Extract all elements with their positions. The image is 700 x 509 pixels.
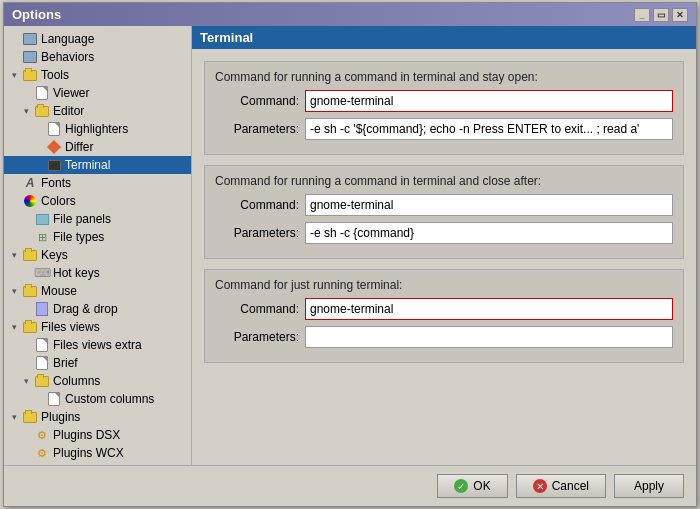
folder-open-icon <box>22 319 38 335</box>
cancel-button[interactable]: ✕ Cancel <box>516 474 606 498</box>
sidebar-item-terminal[interactable]: Terminal <box>4 156 191 174</box>
expand-arrow-plugins: ▾ <box>8 411 20 423</box>
expand-arrow-keys: ▾ <box>8 249 20 261</box>
sidebar-item-file-panels[interactable]: File panels <box>4 210 191 228</box>
params-label-1: Parameters: <box>215 122 305 136</box>
sidebar-item-label-files-views-extra: Files views extra <box>53 338 142 352</box>
stay-open-command-input[interactable] <box>305 90 673 112</box>
sidebar-item-custom-columns[interactable]: Custom columns <box>4 390 191 408</box>
expand-arrow-behaviors <box>8 51 20 63</box>
sidebar-item-label-differ: Differ <box>65 140 93 154</box>
folder-open-icon <box>22 67 38 83</box>
sidebar-item-label-drag-drop: Drag & drop <box>53 302 118 316</box>
content-area: Terminal Command for running a command i… <box>192 26 696 465</box>
folder-open-icon <box>22 283 38 299</box>
sidebar-item-viewer[interactable]: Viewer <box>4 84 191 102</box>
stay-open-params-row: Parameters: <box>215 118 673 140</box>
sidebar-item-label-fonts: Fonts <box>41 176 71 190</box>
expand-arrow-hot-keys <box>20 267 32 279</box>
sidebar-item-file-types[interactable]: ⊞File types <box>4 228 191 246</box>
sidebar-item-highlighters[interactable]: Highlighters <box>4 120 191 138</box>
folder-open-icon <box>34 103 50 119</box>
section-close-after-label: Command for running a command in termina… <box>215 174 673 188</box>
sidebar-item-plugins-wcx[interactable]: ⚙Plugins WCX <box>4 444 191 462</box>
expand-arrow-drag-drop <box>20 303 32 315</box>
dialog-body: LanguageBehaviors▾ToolsViewer▾EditorHigh… <box>4 26 696 465</box>
sidebar-item-label-plugins-dsx: Plugins DSX <box>53 428 120 442</box>
sidebar-item-mouse[interactable]: ▾Mouse <box>4 282 191 300</box>
ok-icon: ✓ <box>454 479 468 493</box>
sidebar-item-label-colors: Colors <box>41 194 76 208</box>
sidebar-item-label-highlighters: Highlighters <box>65 122 128 136</box>
stay-open-params-input[interactable] <box>305 118 673 140</box>
close-after-command-input[interactable] <box>305 194 673 216</box>
sidebar-item-keys[interactable]: ▾Keys <box>4 246 191 264</box>
expand-arrow-files-views-extra <box>20 339 32 351</box>
sidebar-item-columns[interactable]: ▾Columns <box>4 372 191 390</box>
font-icon: A <box>22 175 38 191</box>
apply-button[interactable]: Apply <box>614 474 684 498</box>
sidebar-item-drag-drop[interactable]: Drag & drop <box>4 300 191 318</box>
apply-label: Apply <box>634 479 664 493</box>
sidebar-item-tools[interactable]: ▾Tools <box>4 66 191 84</box>
sidebar-item-plugins-dsx[interactable]: ⚙Plugins DSX <box>4 426 191 444</box>
sidebar-item-label-terminal: Terminal <box>65 158 110 172</box>
doc-icon <box>34 337 50 353</box>
doc-icon <box>46 391 62 407</box>
expand-arrow-differ <box>32 141 44 153</box>
sidebar-item-label-hot-keys: Hot keys <box>53 266 100 280</box>
sidebar-item-label-keys: Keys <box>41 248 68 262</box>
sidebar-item-label-language: Language <box>41 32 94 46</box>
sidebar-item-label-brief: Brief <box>53 356 78 370</box>
params-label-2: Parameters: <box>215 226 305 240</box>
plugin-icon: ⚙ <box>34 445 50 461</box>
expand-arrow-plugins-wcx <box>20 447 32 459</box>
ok-button[interactable]: ✓ OK <box>437 474 507 498</box>
close-after-params-input[interactable] <box>305 222 673 244</box>
just-terminal-command-input[interactable] <box>305 298 673 320</box>
panel-icon <box>34 211 50 227</box>
sidebar-item-language[interactable]: Language <box>4 30 191 48</box>
close-after-params-row: Parameters: <box>215 222 673 244</box>
expand-arrow-editor: ▾ <box>20 105 32 117</box>
expand-arrow-language <box>8 33 20 45</box>
expand-arrow-plugins-dsx <box>20 429 32 441</box>
expand-arrow-file-panels <box>20 213 32 225</box>
sidebar-item-label-plugins: Plugins <box>41 410 80 424</box>
sidebar-item-plugins[interactable]: ▾Plugins <box>4 408 191 426</box>
sidebar-item-fonts[interactable]: AFonts <box>4 174 191 192</box>
section-stay-open: Command for running a command in termina… <box>204 61 684 155</box>
section-just-terminal-label: Command for just running terminal: <box>215 278 673 292</box>
expand-arrow-colors <box>8 195 20 207</box>
expand-arrow-terminal <box>32 159 44 171</box>
sidebar-item-behaviors[interactable]: Behaviors <box>4 48 191 66</box>
section-just-terminal: Command for just running terminal: Comma… <box>204 269 684 363</box>
sidebar-item-differ[interactable]: Differ <box>4 138 191 156</box>
expand-arrow-custom-columns <box>32 393 44 405</box>
doc-icon <box>46 121 62 137</box>
expand-arrow-highlighters <box>32 123 44 135</box>
expand-arrow-brief <box>20 357 32 369</box>
monitor-icon <box>22 31 38 47</box>
cancel-label: Cancel <box>552 479 589 493</box>
just-terminal-params-input[interactable] <box>305 326 673 348</box>
maximize-button[interactable]: ▭ <box>653 8 669 22</box>
sidebar-item-brief[interactable]: Brief <box>4 354 191 372</box>
params-label-3: Parameters: <box>215 330 305 344</box>
sidebar-item-editor[interactable]: ▾Editor <box>4 102 191 120</box>
diamond-icon <box>46 139 62 155</box>
ok-label: OK <box>473 479 490 493</box>
palette-icon <box>22 193 38 209</box>
sidebar-item-hot-keys[interactable]: ⌨Hot keys <box>4 264 191 282</box>
sidebar-item-label-behaviors: Behaviors <box>41 50 94 64</box>
sidebar-item-label-custom-columns: Custom columns <box>65 392 154 406</box>
close-button[interactable]: ✕ <box>672 8 688 22</box>
minimize-button[interactable]: _ <box>634 8 650 22</box>
sidebar-item-files-views-extra[interactable]: Files views extra <box>4 336 191 354</box>
sidebar-item-colors[interactable]: Colors <box>4 192 191 210</box>
expand-arrow-viewer <box>20 87 32 99</box>
sidebar-item-label-plugins-wcx: Plugins WCX <box>53 446 124 460</box>
section-stay-open-label: Command for running a command in termina… <box>215 70 673 84</box>
sidebar-item-files-views[interactable]: ▾Files views <box>4 318 191 336</box>
dialog-title: Options <box>12 7 61 22</box>
